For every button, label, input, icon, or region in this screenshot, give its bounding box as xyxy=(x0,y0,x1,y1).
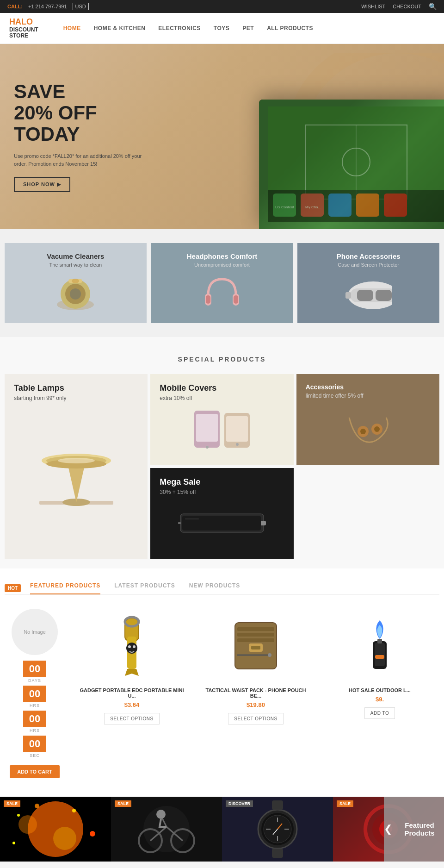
svg-point-76 xyxy=(12,842,15,844)
svg-rect-67 xyxy=(375,643,385,666)
special-accessories[interactable]: Accessories limited time offer 5% off xyxy=(296,374,439,465)
svg-rect-8 xyxy=(328,194,352,217)
special-mega-sale[interactable]: Mega Sale 30% + 15% off xyxy=(150,468,293,559)
logo-line2: DISCOUNT xyxy=(9,27,38,33)
special-section: SPECIAL PRODUCTS Table Lamps starting fr… xyxy=(0,337,444,568)
earbuds-svg xyxy=(340,408,395,445)
svg-point-86 xyxy=(156,810,166,819)
phone-number: +1 214 797-7991 xyxy=(28,4,67,9)
svg-point-74 xyxy=(72,809,76,812)
shop-now-button[interactable]: SHOP NOW ▶ xyxy=(14,177,70,192)
product-img-2 xyxy=(325,609,435,683)
svg-rect-98 xyxy=(272,800,283,810)
select-options-btn-0[interactable]: SELECT OPTIONS xyxy=(104,713,160,724)
accessories-title: Accessories xyxy=(306,383,430,391)
product-name-0: GADGET PORTABLE EDC PORTABLE MINI U... xyxy=(77,687,187,699)
nav-home[interactable]: HOME xyxy=(57,21,87,35)
top-bar-right: WISHLIST CHECKOUT 🔍 xyxy=(361,3,437,10)
logo[interactable]: HALO DISCOUNT STORE xyxy=(9,18,38,39)
svg-rect-63 xyxy=(251,646,260,649)
category-headphones[interactable]: Headphones Comfort Uncompromised comfort xyxy=(151,243,293,323)
top-bar: CALL: +1 214 797-7991 USD WISHLIST CHECK… xyxy=(0,0,444,13)
product-card-1: TACTICAL WAIST PACK - PHONE POUCH BE... … xyxy=(196,604,315,783)
accessories-image xyxy=(306,404,430,450)
logo-line1: HALO xyxy=(9,18,38,27)
sale-card-3[interactable]: SALE ❮ Featured Products xyxy=(333,797,444,862)
header: HALO DISCOUNT STORE HOME HOME & KITCHEN … xyxy=(0,13,444,44)
svg-rect-9 xyxy=(356,194,379,217)
svg-rect-22 xyxy=(234,295,238,304)
countdown-days: 00 DAYS xyxy=(23,661,46,683)
sale-card-0[interactable]: SALE xyxy=(0,797,111,862)
sec-value: 00 xyxy=(23,736,46,752)
svg-point-45 xyxy=(374,426,380,432)
svg-point-75 xyxy=(90,831,95,837)
sale-card-2[interactable]: DISCOVER xyxy=(222,797,333,862)
nav-home-kitchen[interactable]: HOME & KITCHEN xyxy=(87,21,152,35)
product-grid: GADGET PORTABLE EDC PORTABLE MINI U... $… xyxy=(72,604,439,783)
featured-products-panel[interactable]: ❮ Featured Products xyxy=(384,797,444,862)
sale-badge-2: DISCOVER xyxy=(226,800,253,807)
tab-featured[interactable]: FEATURED PRODUCTS xyxy=(30,582,100,594)
select-options-btn-1[interactable]: SELECT OPTIONS xyxy=(228,713,284,724)
hero-banner: SAVE 20% OFF TODAY Use promo code *FALL2… xyxy=(0,44,444,229)
headphones-svg xyxy=(201,272,243,314)
sale-banners: SALE SALE xyxy=(0,797,444,862)
special-mobile-covers[interactable]: Mobile Covers extra 10% off xyxy=(150,374,293,465)
product-card-2: HOT SALE OUTDOOR L... $9. ADD TO xyxy=(320,604,439,783)
vacuum-svg xyxy=(55,275,96,312)
nav-electronics[interactable]: ELECTRONICS xyxy=(152,21,207,35)
tab-latest[interactable]: LATEST PRODUCTS xyxy=(114,582,175,594)
category-vacuum[interactable]: Vacume Cleaners The smart way to clean xyxy=(5,243,147,323)
special-table-lamps[interactable]: Table Lamps starting from 99* only xyxy=(5,374,148,559)
wishlist-link[interactable]: WISHLIST xyxy=(361,4,385,9)
tv-container: LG Content My Cha... xyxy=(259,100,444,229)
countdown-hrs1: 00 HRS xyxy=(23,686,46,708)
hrs1-value: 00 xyxy=(23,686,46,702)
phone-svg xyxy=(185,408,259,450)
category-phone-accessories[interactable]: Phone Accessories Case and Screen Protec… xyxy=(297,243,439,323)
nav-pet[interactable]: PET xyxy=(236,21,260,35)
search-icon-top[interactable]: 🔍 xyxy=(429,3,437,10)
add-to-cart-button[interactable]: ADD TO CART xyxy=(10,765,60,778)
category-headphones-subtitle: Uncompromised comfort xyxy=(194,262,250,268)
hot-badge: HOT xyxy=(5,584,21,592)
phone-image xyxy=(160,406,284,452)
phone-acc-svg xyxy=(345,275,392,312)
svg-point-65 xyxy=(268,653,271,657)
special-title: SPECIAL PRODUCTS xyxy=(5,356,439,363)
tv-screen-inner: LG Content My Cha... xyxy=(259,100,444,229)
outdoor-svg xyxy=(350,613,410,678)
special-grid: Table Lamps starting from 99* only xyxy=(5,374,439,559)
svg-rect-10 xyxy=(384,194,407,217)
hero-promo-text: Use promo code *FALL20* for an additiona… xyxy=(14,152,153,168)
products-layout: No Image 00 DAYS 00 HRS 00 HRS 00 SEC AD… xyxy=(5,604,439,783)
svg-point-40 xyxy=(206,446,209,449)
svg-rect-26 xyxy=(376,290,392,301)
product-price-2: $9. xyxy=(376,696,384,703)
countdown-sec: 00 SEC xyxy=(23,736,46,758)
phone-acc-image xyxy=(345,272,392,314)
vacuum-image xyxy=(52,272,99,314)
chevron-left-icon: ❮ xyxy=(384,823,392,835)
table-lamps-title: Table Lamps xyxy=(14,383,138,393)
waistpack-svg xyxy=(226,613,286,678)
countdown-sidebar: No Image 00 DAYS 00 HRS 00 HRS 00 SEC AD… xyxy=(5,604,65,783)
products-section: HOT FEATURED PRODUCTS LATEST PRODUCTS NE… xyxy=(0,568,444,797)
nav-all-products[interactable]: ALL PRODUCTS xyxy=(260,21,320,35)
checkout-link[interactable]: CHECKOUT xyxy=(393,4,421,9)
tv-screen: LG Content My Cha... xyxy=(259,100,444,229)
svg-point-44 xyxy=(360,429,366,434)
select-options-btn-2[interactable]: ADD TO xyxy=(364,707,395,719)
svg-point-73 xyxy=(35,804,39,808)
currency-badge: USD xyxy=(73,3,89,10)
tab-new[interactable]: NEW PRODUCTS xyxy=(189,582,240,594)
sale-badge-1: SALE xyxy=(115,800,131,807)
sale-card-1[interactable]: SALE xyxy=(111,797,222,862)
svg-rect-39 xyxy=(226,416,248,442)
lamp-image xyxy=(30,411,123,512)
svg-rect-97 xyxy=(272,849,283,858)
svg-rect-59 xyxy=(237,627,274,631)
nav-toys[interactable]: TOYS xyxy=(207,21,236,35)
product-tabs: FEATURED PRODUCTS LATEST PRODUCTS NEW PR… xyxy=(30,582,240,594)
